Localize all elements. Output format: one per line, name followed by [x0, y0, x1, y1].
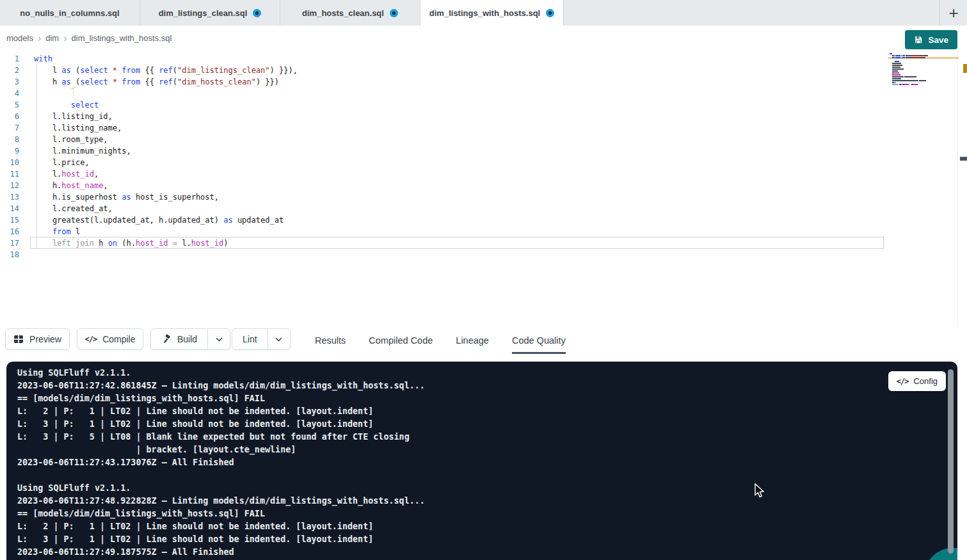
- code-line-9[interactable]: 9 l.minimum_nights,: [0, 145, 967, 157]
- terminal-panel: Using SQLFluff v2.1.1.2023-06-06T11:27:4…: [6, 362, 957, 560]
- code-text: from l: [34, 226, 80, 237]
- preview-button[interactable]: Preview: [5, 328, 70, 350]
- code-line-3[interactable]: 3 h as (select * from {{ ref("dim_hosts_…: [0, 76, 967, 88]
- modified-dot-icon: [546, 9, 554, 17]
- code-text: with: [34, 53, 52, 65]
- tab-label: dim_listings_clean.sql: [159, 8, 248, 18]
- line-number: 1: [0, 53, 19, 65]
- code-lines: 1with2 l as (select * from {{ ref("dim_l…: [0, 53, 967, 260]
- editor-tab-bar: no_nulls_in_columns.sqldim_listings_clea…: [0, 0, 967, 26]
- floppy-icon: [914, 35, 923, 44]
- breadcrumb-separator-icon: ›: [63, 33, 67, 44]
- tab-label: dim_hosts_clean.sql: [302, 8, 384, 18]
- chevron-down-icon: [215, 335, 223, 344]
- build-dropdown-button[interactable]: [208, 329, 230, 349]
- code-line-13[interactable]: 13 h.is_superhost as host_is_superhost,: [0, 191, 967, 203]
- code-line-7[interactable]: 7 l.listing_name,: [0, 122, 967, 134]
- line-number: 17: [0, 237, 19, 249]
- tab-list: no_nulls_in_columns.sqldim_listings_clea…: [0, 0, 564, 26]
- code-line-11[interactable]: 11 l.host_id,: [0, 168, 967, 180]
- code-line-6[interactable]: 6 l.listing_id,: [0, 111, 967, 122]
- compile-button-label: Compile: [102, 334, 135, 344]
- line-number: 7: [0, 122, 19, 134]
- editor-scrollbar-track[interactable]: [957, 50, 958, 327]
- line-number: 18: [0, 249, 19, 260]
- code-line-14[interactable]: 14 l.created_at,: [0, 203, 967, 214]
- minimap[interactable]: [890, 53, 934, 88]
- new-tab-button[interactable]: +: [948, 4, 958, 21]
- code-text: l.listing_id,: [34, 111, 113, 122]
- line-number: 8: [0, 134, 19, 145]
- lint-button[interactable]: Lint: [232, 329, 268, 349]
- code-line-10[interactable]: 10 l.price,: [0, 157, 967, 168]
- line-number: 12: [0, 180, 19, 191]
- code-text: select: [34, 99, 99, 111]
- breadcrumb-separator-icon: ›: [38, 33, 41, 44]
- save-button[interactable]: Save: [905, 30, 957, 49]
- build-button[interactable]: Build: [151, 329, 208, 349]
- code-text: l as (select * from {{ ref("dim_listings…: [34, 65, 298, 76]
- overview-ruler-cursor-mark: [960, 157, 967, 161]
- code-text: l.listing_name,: [34, 122, 122, 134]
- tab-bar-spacer: [564, 0, 939, 26]
- code-line-12[interactable]: 12 h.host_name,: [0, 180, 967, 191]
- code-line-8[interactable]: 8 l.room_type,: [0, 134, 967, 145]
- terminal-scrollbar[interactable]: [948, 369, 954, 554]
- preview-button-label: Preview: [29, 334, 61, 344]
- code-line-16[interactable]: 16 from l: [0, 226, 967, 237]
- panel-tab-lineage[interactable]: Lineage: [456, 327, 489, 354]
- code-line-1[interactable]: 1with: [0, 53, 967, 65]
- tab-label: dim_listings_with_hosts.sql: [429, 8, 540, 18]
- line-number: 9: [0, 145, 19, 157]
- line-number: 13: [0, 191, 19, 203]
- code-line-2[interactable]: 2 l as (select * from {{ ref("dim_listin…: [0, 65, 967, 76]
- line-number: 11: [0, 168, 19, 180]
- tab-dim_listings_clean.sql[interactable]: dim_listings_clean.sql: [140, 0, 280, 26]
- tab-dim_listings_with_hosts.sql[interactable]: dim_listings_with_hosts.sql: [420, 0, 564, 26]
- panel-tab-compiled-code[interactable]: Compiled Code: [369, 327, 433, 354]
- tab-dim_hosts_clean.sql[interactable]: dim_hosts_clean.sql: [280, 0, 420, 26]
- panel-tab-code-quality[interactable]: Code Quality: [512, 327, 566, 354]
- line-number: 3: [0, 76, 19, 88]
- tab-no_nulls_in_columns.sql[interactable]: no_nulls_in_columns.sql: [0, 0, 140, 26]
- line-number: 4: [0, 88, 19, 99]
- compile-button[interactable]: </> Compile: [77, 328, 143, 350]
- overview-ruler-warning-mark: [963, 64, 967, 73]
- breadcrumb: models›dim›dim_listings_with_hosts.sql: [6, 26, 172, 50]
- hammer-icon: [161, 334, 172, 344]
- code-line-4[interactable]: 4: [0, 88, 967, 99]
- line-number: 6: [0, 111, 19, 122]
- breadcrumb-item[interactable]: dim: [45, 33, 59, 43]
- panel-tab-list: ResultsCompiled CodeLineageCode Quality: [315, 327, 566, 354]
- code-line-18[interactable]: 18: [0, 249, 967, 260]
- code-icon: </>: [897, 377, 909, 386]
- breadcrumb-item[interactable]: dim_listings_with_hosts.sql: [72, 33, 172, 43]
- plus-icon: +: [948, 3, 958, 22]
- code-text: h.is_superhost as host_is_superhost,: [34, 191, 219, 203]
- config-button-label: Config: [913, 376, 938, 386]
- code-line-17[interactable]: 17 left join h on (h.host_id = l.host_id…: [0, 237, 967, 249]
- code-text: left join h on (h.host_id = l.host_id): [34, 237, 228, 249]
- lint-split-button: Lint: [232, 328, 291, 350]
- modified-dot-icon: [390, 9, 398, 17]
- code-text: l.minimum_nights,: [34, 145, 131, 157]
- action-toolbar: Preview </> Compile Build: [0, 327, 967, 354]
- panel-tab-results[interactable]: Results: [315, 327, 346, 354]
- code-text: l.price,: [34, 157, 90, 168]
- line-number: 15: [0, 214, 19, 226]
- code-editor[interactable]: 1with2 l as (select * from {{ ref("dim_l…: [0, 50, 967, 327]
- breadcrumb-item[interactable]: models: [6, 33, 33, 43]
- code-text: l.host_id,: [34, 168, 99, 180]
- code-line-15[interactable]: 15 greatest(l.updated_at, h.updated_at) …: [0, 214, 967, 226]
- code-icon: </>: [84, 335, 97, 344]
- line-number: 2: [0, 65, 19, 76]
- chevron-down-icon: [275, 335, 283, 344]
- code-text: greatest(l.updated_at, h.updated_at) as …: [34, 214, 284, 226]
- config-button[interactable]: </> Config: [888, 371, 946, 391]
- lint-dropdown-button[interactable]: [268, 329, 290, 349]
- build-split-button: Build: [150, 328, 230, 350]
- modified-dot-icon: [253, 9, 261, 17]
- code-line-5[interactable]: 5 select: [0, 99, 967, 111]
- tab-label: no_nulls_in_columns.sql: [20, 8, 119, 18]
- code-text: h.host_name,: [34, 180, 108, 191]
